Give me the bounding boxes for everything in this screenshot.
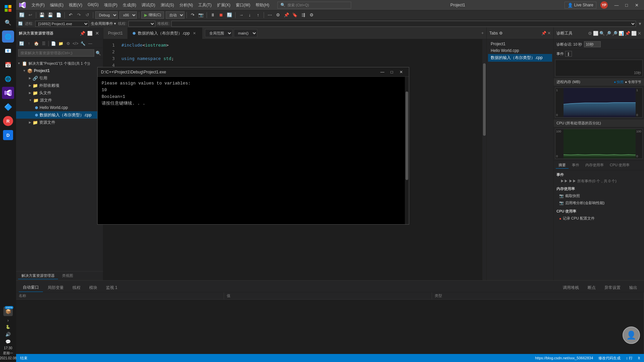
diag-tab-memory[interactable]: 内存使用率	[583, 162, 606, 169]
tree-solution[interactable]: ▼ 📋 解决方案"Project1"(1 个项目(共 1 个))	[16, 60, 103, 67]
tb-btn-2[interactable]: ↩	[26, 11, 34, 19]
diag-chart-icon[interactable]: 📊	[619, 31, 624, 36]
properties-icon[interactable]: ⚙	[65, 40, 71, 47]
debug-config-select[interactable]: Debug	[95, 11, 118, 19]
status-item-end[interactable]: 结束	[19, 356, 29, 361]
function-dropdown[interactable]: main()	[234, 29, 257, 37]
tb-btn-undo2[interactable]: ↺	[84, 11, 91, 19]
taskbar-search[interactable]: 🔍	[2, 16, 14, 28]
explorer-close-btn[interactable]: ✕	[94, 30, 100, 36]
maximize-btn[interactable]: □	[622, 1, 631, 9]
new-folder-icon[interactable]: 📁	[57, 40, 64, 47]
tb-step-in[interactable]: ↓	[246, 11, 253, 19]
tree-project[interactable]: ▼ 📦 Project1	[16, 67, 103, 74]
console-close-btn[interactable]: ✕	[397, 69, 406, 75]
platform-select[interactable]: x86	[119, 11, 137, 19]
auto-select[interactable]: 自动	[166, 11, 184, 19]
diag-zoom-in-icon[interactable]: 🔎	[606, 31, 611, 36]
menu-build[interactable]: 生成(B)	[120, 1, 139, 9]
menu-analyze[interactable]: 分析(N)	[177, 1, 196, 9]
filter-icon[interactable]: ☰	[40, 40, 47, 47]
explorer-float-btn[interactable]: ⬜	[87, 30, 93, 36]
diag-external-icon[interactable]: ⬜	[593, 31, 598, 36]
tb-dbg-2[interactable]: ⚙	[274, 11, 282, 19]
menu-debug[interactable]: 调试(D)	[139, 1, 158, 9]
tabs-project1-item[interactable]: Project1	[488, 41, 552, 47]
taskbar-vscode[interactable]: 🔷	[2, 101, 14, 113]
code-icon[interactable]: </>	[72, 40, 79, 47]
diag-zoom-out-icon[interactable]: 🔎	[612, 31, 618, 36]
new-file-icon[interactable]: 📄	[50, 40, 57, 47]
tree-hello-world-file[interactable]: ⬢ Hello World.cpp	[16, 104, 103, 111]
lifecycle-label[interactable]: 生命周期事件 ▾	[91, 21, 116, 26]
diag-session-input[interactable]	[584, 41, 601, 47]
taskbar-notification[interactable]: 💬	[2, 338, 14, 345]
console-maximize-btn[interactable]: □	[387, 69, 396, 75]
menu-git[interactable]: Git(G)	[85, 1, 101, 9]
tabs-add-btn[interactable]: +	[479, 27, 486, 39]
bottom-tab-callstack[interactable]: 调用堆栈	[559, 284, 583, 292]
tree-resource-files[interactable]: ▶ 📁 资源文件	[16, 119, 103, 126]
taskbar-vs[interactable]	[2, 87, 14, 99]
diag-tab-cpu[interactable]: CPU 使用率	[607, 162, 632, 169]
status-line[interactable]: ↕ 行	[625, 356, 634, 361]
tree-header-files[interactable]: ▶ 📁 头文件	[16, 89, 103, 97]
tree-source-files[interactable]: ▼ 📁 源文件	[16, 97, 103, 104]
minimize-btn[interactable]: —	[612, 1, 621, 9]
tb-screenshot[interactable]: 📷	[197, 11, 205, 19]
tabs-panel-pin[interactable]: 📌	[541, 31, 546, 36]
menu-help[interactable]: 帮助(H)	[253, 1, 272, 9]
diag-tab-summary[interactable]: 摘要	[556, 162, 569, 169]
menu-project[interactable]: 项目(P)	[101, 1, 120, 9]
refresh-icon[interactable]: 🔄	[18, 40, 25, 47]
tabs-active-file-item[interactable]: 数据的输入（布尔类型）.cpp	[488, 54, 552, 62]
bottom-tab-exception[interactable]: 异常设置	[600, 284, 625, 292]
continue-select[interactable]: ▶ 继续(C)	[141, 11, 164, 19]
tb-arrow-right[interactable]: →	[237, 11, 245, 19]
menu-extensions[interactable]: 扩展(X)	[214, 1, 233, 9]
editor-scrollbar[interactable]	[482, 39, 486, 280]
editor-tab-project1[interactable]: Project1	[103, 27, 128, 39]
status-lang[interactable]: 修改代码生成	[597, 356, 622, 361]
bottom-tab-watch[interactable]: 监视 1	[102, 284, 121, 292]
tab-close-icon[interactable]: ✕	[192, 31, 197, 36]
bottom-tab-breakpoints[interactable]: 断点	[584, 284, 600, 292]
menu-test[interactable]: 测试(S)	[158, 1, 177, 9]
diag-pause-btn[interactable]: ‖	[565, 51, 572, 57]
diag-pin-icon[interactable]: 📌	[625, 31, 630, 36]
diag-float-icon[interactable]: ⬜	[631, 31, 637, 36]
editor-tab-active[interactable]: ⬢ 数据的输入（布尔类型）.cpp ✕	[128, 27, 202, 39]
bottom-tab-auto[interactable]: 自动窗口	[19, 283, 43, 292]
tb-btn-4[interactable]: 💾	[47, 11, 54, 19]
live-share-btn[interactable]: 👤 Live Share	[565, 2, 596, 9]
tree-references[interactable]: ▶ 🔗 引用	[16, 74, 103, 82]
taskbar-r[interactable]: R	[2, 115, 14, 127]
tb-btn-5[interactable]: 📄	[55, 11, 62, 19]
tab-solution-explorer[interactable]: 解决方案资源管理器	[18, 273, 58, 279]
status-url[interactable]: https://blog.csdn.net/xxx_50662834	[534, 356, 594, 360]
menu-edit[interactable]: 编辑(E)	[47, 1, 66, 9]
menu-tools[interactable]: 工具(T)	[196, 1, 214, 9]
diag-settings-icon[interactable]: ⚙	[588, 31, 592, 36]
tb-pause[interactable]: ⏸	[209, 11, 216, 19]
tree-external-deps[interactable]: ▶ 📁 外部依赖项	[16, 82, 103, 89]
tb-dbg-4[interactable]: 🔖	[291, 11, 299, 19]
tb-btn-3[interactable]: 💾	[38, 11, 46, 19]
wrench-icon[interactable]: 🔧	[79, 40, 86, 47]
taskbar-chrome[interactable]: 🌐	[2, 73, 14, 85]
diag-close-icon[interactable]: ✕	[638, 31, 641, 36]
taskbar-windows-logo[interactable]	[2, 2, 14, 14]
tb-step-over[interactable]: ↷	[189, 11, 196, 19]
tb-dbg-3[interactable]: 📌	[283, 11, 290, 19]
tb-dbg-6[interactable]: ⚙	[308, 11, 315, 19]
search-btn-icon[interactable]: 🔍	[96, 51, 101, 56]
menu-view[interactable]: 视图(V)	[66, 1, 85, 9]
console-content[interactable]: Please assign values to variables: 10 Bo…	[98, 77, 405, 224]
taskbar-mail[interactable]: 📧	[2, 45, 14, 57]
tb-restart[interactable]: 🔄	[226, 11, 233, 19]
thread-select[interactable]	[128, 21, 155, 27]
explorer-pin-btn[interactable]: 📌	[79, 30, 86, 36]
bottom-tab-modules[interactable]: 模块	[85, 284, 101, 292]
tb-dbg-5[interactable]: ⇶	[300, 11, 307, 19]
taskbar-python[interactable]: 🐍	[2, 323, 14, 330]
